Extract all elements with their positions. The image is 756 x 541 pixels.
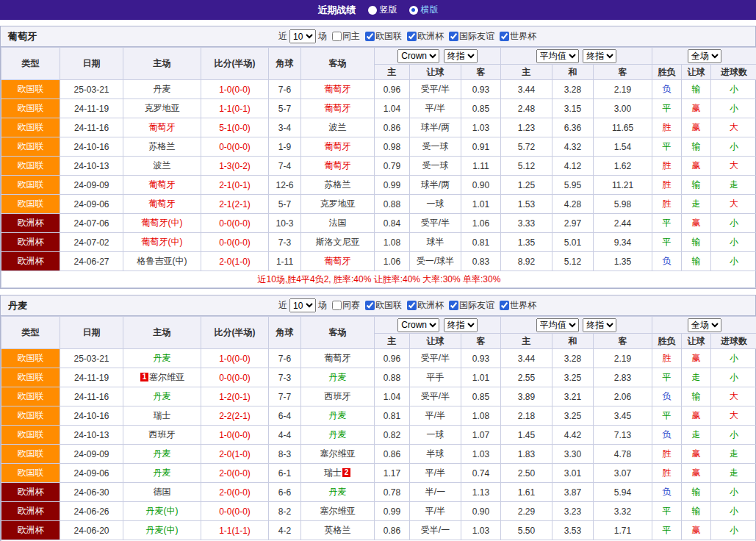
same-checkbox[interactable] (332, 301, 342, 310)
match-row: 欧洲杯 24-06-26 丹麦(中) 0-0(0-0) 8-2 塞尔维亚 0.9… (1, 502, 756, 521)
crow-home-odds: 1.04 (375, 99, 410, 118)
away-team-cell: 瑞士2 (301, 464, 375, 483)
same-filter[interactable]: 同主 (332, 30, 360, 43)
avg-away-odds: 2.19 (594, 349, 652, 368)
competition-badge: 欧国联 (1, 157, 60, 176)
home-team-cell: 丹麦 (123, 349, 201, 368)
handicap-verdict: 赢 (682, 406, 711, 426)
filter-nations-league[interactable]: 欧国联 (365, 30, 402, 43)
crow-away-odds: 1.06 (461, 214, 501, 233)
crow-handicap: 受一球 (410, 137, 461, 157)
crow-home-odds: 1.08 (375, 233, 410, 252)
match-count-select[interactable]: 10 (289, 298, 316, 312)
match-count-select[interactable]: 10 (289, 29, 316, 43)
score-cell: 1-0(0-0) (201, 426, 269, 445)
corner-cell: 12-6 (269, 176, 301, 195)
col-crow-home: 主 (375, 334, 410, 349)
match-date: 24-10-16 (60, 406, 123, 426)
team-name: 英格兰 (325, 525, 351, 535)
corner-cell: 5-7 (269, 99, 301, 118)
avg-away-odds: 3.32 (594, 502, 652, 521)
avg-away-odds: 9.34 (594, 233, 652, 252)
avg-away-odds: 3.07 (594, 464, 652, 483)
crow-handicap: 半/一 (410, 483, 461, 502)
avg-home-odds: 3.33 (501, 214, 552, 233)
avg-away-odds: 3.45 (594, 406, 652, 426)
friendly-checkbox[interactable] (449, 301, 458, 310)
average-stage-select[interactable]: 终指 (583, 49, 616, 63)
vertical-layout-radio[interactable]: 竖版 (368, 4, 397, 16)
result-verdict: 负 (652, 387, 682, 406)
col-crow-handicap: 让球 (410, 334, 461, 349)
vertical-radio-icon[interactable] (368, 6, 377, 15)
match-date: 24-11-19 (60, 368, 123, 387)
horizontal-radio-icon[interactable] (409, 6, 418, 15)
average-select[interactable]: 平均值 (536, 49, 579, 63)
corner-cell: 4-4 (269, 426, 301, 445)
handicap-verdict: 赢 (682, 99, 711, 118)
crow-handicap: 受一球 (410, 157, 461, 176)
avg-draw-odds: 3.28 (552, 80, 594, 99)
scope-select[interactable]: 全场 (688, 49, 721, 63)
filter-friendly[interactable]: 国际友谊 (449, 30, 494, 43)
odds-stage-select[interactable]: 终指 (444, 318, 478, 332)
away-team-cell: 葡萄牙 (301, 80, 375, 99)
scope-group: 全场 (652, 48, 756, 65)
bookmaker-select[interactable]: Crown (397, 318, 439, 332)
corner-cell: 1-9 (269, 137, 301, 157)
result-verdict: 胜 (652, 464, 682, 483)
col-result: 胜负 (652, 65, 682, 80)
handicap-verdict: 输 (682, 80, 711, 99)
competition-badge: 欧国联 (1, 464, 60, 483)
team-name: 丹麦 (329, 487, 347, 497)
odds-stage-select[interactable]: 终指 (444, 49, 478, 63)
filter-friendly[interactable]: 国际友谊 (449, 299, 494, 312)
scope-select[interactable]: 全场 (688, 318, 721, 332)
score-cell: 0-0(0-0) (201, 368, 269, 387)
home-team-cell: 克罗地亚 (123, 99, 201, 118)
friendly-checkbox[interactable] (449, 32, 458, 41)
nations-league-checkbox[interactable] (365, 32, 375, 41)
worldcup-checkbox[interactable] (500, 301, 509, 310)
filter-euro[interactable]: 欧洲杯 (407, 30, 444, 43)
bookmaker-select[interactable]: Crown (397, 49, 439, 63)
home-team-cell: 德国 (123, 483, 201, 502)
handicap-odds-group: Crown 终指 (375, 48, 501, 65)
nations-league-checkbox[interactable] (365, 301, 375, 310)
filter-worldcup[interactable]: 世界杯 (500, 299, 536, 312)
goals-verdict: 小 (711, 80, 756, 99)
col-avg-draw: 和 (552, 65, 594, 80)
avg-home-odds: 1.23 (501, 118, 552, 137)
euro-checkbox[interactable] (407, 301, 417, 310)
euro-checkbox[interactable] (407, 32, 417, 41)
avg-draw-odds: 5.95 (552, 176, 594, 195)
same-checkbox[interactable] (332, 32, 342, 41)
avg-home-odds: 2.55 (501, 368, 552, 387)
team-name: 西班牙 (325, 391, 351, 401)
col-crow-handicap: 让球 (410, 65, 461, 80)
handicap-verdict: 走 (682, 368, 711, 387)
horizontal-layout-radio[interactable]: 横版 (409, 4, 439, 16)
filter-worldcup[interactable]: 世界杯 (500, 30, 536, 43)
filter-nations-league[interactable]: 欧国联 (365, 299, 402, 312)
competition-badge: 欧国联 (1, 368, 60, 387)
same-filter[interactable]: 同赛 (332, 299, 360, 312)
filter-euro[interactable]: 欧洲杯 (407, 299, 444, 312)
result-verdict: 负 (652, 426, 682, 445)
col-avg-home: 主 (501, 334, 552, 349)
score-cell: 2-0(1-0) (201, 445, 269, 464)
handicap-verdict: 赢 (682, 521, 711, 540)
match-date: 24-06-26 (60, 502, 123, 521)
match-date: 24-06-20 (60, 521, 123, 540)
crow-away-odds: 0.90 (461, 502, 501, 521)
worldcup-checkbox[interactable] (500, 32, 509, 41)
score-cell: 2-1(2-1) (201, 195, 269, 214)
average-stage-select[interactable]: 终指 (583, 318, 616, 332)
average-select[interactable]: 平均值 (536, 318, 579, 332)
avg-home-odds: 2.29 (501, 502, 552, 521)
result-verdict: 胜 (652, 118, 682, 137)
avg-away-odds: 11.21 (594, 176, 652, 195)
match-date: 24-06-30 (60, 483, 123, 502)
avg-away-odds: 7.13 (594, 426, 652, 445)
col-type: 类型 (1, 48, 60, 80)
